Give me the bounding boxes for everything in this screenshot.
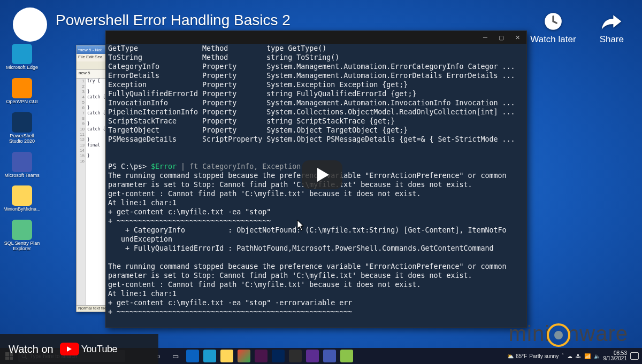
- taskbar-pinned: ○ ▭: [152, 350, 353, 362]
- notepad-tab[interactable]: new 5: [77, 70, 110, 79]
- taskbar-edge-icon[interactable]: [203, 350, 216, 362]
- taskbar-teams-icon[interactable]: [323, 350, 336, 362]
- clock-icon: [541, 10, 565, 33]
- desktop-icon-folder[interactable]: MinionByMidna...: [3, 185, 41, 212]
- taskbar-notepad-icon[interactable]: [340, 350, 353, 362]
- taskbar-outlook-icon[interactable]: [186, 350, 199, 362]
- desktop-icon-openvpn[interactable]: OpenVPN GUI: [3, 78, 41, 105]
- notepad-menu[interactable]: File Edit Sea: [77, 54, 110, 61]
- notepad-titlebar[interactable]: *new 5 - Not: [77, 45, 110, 54]
- taskbar-clock[interactable]: 08:53 9/13/2021: [603, 351, 628, 362]
- share-icon: [600, 10, 623, 33]
- weather-icon: ⛅: [507, 353, 514, 359]
- notepad-gutter: 12345678910111213141516: [77, 79, 86, 305]
- chevron-up-icon[interactable]: ˆ: [562, 353, 563, 359]
- network-icon[interactable]: 🖧: [576, 353, 581, 359]
- notepad-toolbar[interactable]: [77, 61, 110, 70]
- onedrive-icon[interactable]: ☁: [567, 353, 572, 359]
- play-icon: [317, 168, 329, 182]
- taskbar-chrome-icon[interactable]: [238, 350, 250, 362]
- taskbar-explorer-icon[interactable]: [220, 350, 233, 362]
- desktop-icon-powershell-studio[interactable]: PowerShell Studio 2020: [3, 112, 41, 144]
- youtube-logo: YouTube: [60, 343, 117, 355]
- taskbar-slack-icon[interactable]: [255, 350, 268, 362]
- desktop-icon-sql-sentry[interactable]: SQL Sentry Plan Explorer: [3, 220, 41, 252]
- taskbar-vs-icon[interactable]: [306, 350, 319, 362]
- play-button[interactable]: [302, 160, 342, 189]
- minionware-logo: mini nware: [509, 322, 628, 346]
- watch-later-button[interactable]: Watch later: [530, 10, 576, 45]
- system-tray[interactable]: ˆ ☁ 🖧 📶 🔈: [562, 353, 600, 359]
- taskbar-powershell-icon[interactable]: [272, 350, 285, 362]
- volume-icon[interactable]: 🔈: [594, 353, 600, 359]
- taskbar-taskview-icon[interactable]: ▭: [169, 350, 182, 362]
- share-button[interactable]: Share: [600, 10, 624, 45]
- notepad-status: Normal text file: [77, 305, 110, 312]
- taskbar-terminal-icon[interactable]: [289, 350, 302, 362]
- watch-on-youtube-button[interactable]: Watch on YouTube: [0, 334, 158, 364]
- video-title[interactable]: Powershell Error Handling Basics 2: [56, 7, 530, 29]
- action-center-icon[interactable]: [630, 352, 639, 360]
- taskbar-weather[interactable]: ⛅ 65°F Partly sunny: [507, 353, 559, 359]
- desktop-icon-edge[interactable]: Microsoft Edge: [3, 44, 41, 71]
- wifi-icon[interactable]: 📶: [584, 353, 591, 359]
- desktop-icon-teams[interactable]: Microsoft Teams: [3, 152, 41, 179]
- logo-eye-icon: [547, 323, 570, 347]
- channel-avatar[interactable]: [13, 7, 47, 42]
